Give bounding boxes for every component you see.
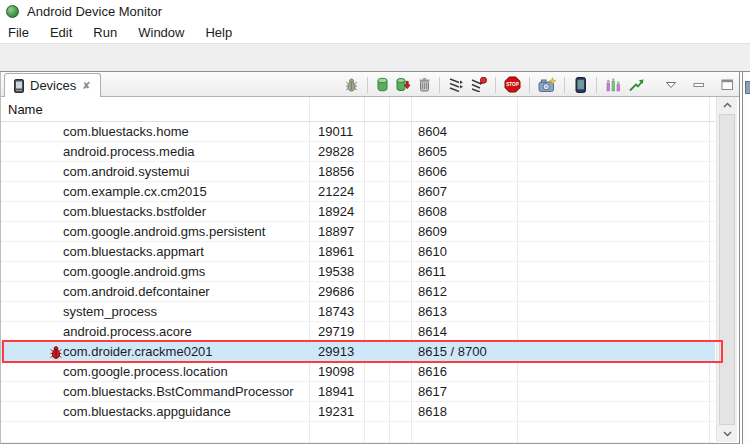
menu-help[interactable]: Help — [205, 25, 232, 40]
process-name: com.bluestacks.appmart — [63, 244, 204, 259]
process-port: 8611 — [418, 264, 446, 279]
devices-panel: Devices ✘ — [0, 72, 740, 444]
process-row[interactable]: com.google.android.gms 19538 8611 — [1, 262, 715, 282]
toolbar-separator — [367, 77, 368, 93]
window-titlebar: Android Device Monitor — [0, 0, 750, 22]
cause-gc-trash-icon[interactable] — [418, 77, 431, 92]
process-pid: 29719 — [318, 324, 354, 339]
process-row[interactable]: com.droider.crackme0201 29913 8615 / 870… — [1, 342, 715, 362]
tab-close-icon[interactable]: ✘ — [82, 81, 90, 91]
process-pid: 18897 — [318, 224, 354, 239]
debug-process-icon[interactable] — [344, 77, 359, 92]
android-app-icon — [6, 5, 19, 18]
name-column-header[interactable]: Name — [8, 102, 43, 117]
process-port: 8613 — [418, 304, 447, 319]
process-row[interactable]: com.bluestacks.bstfolder 18924 8608 — [1, 202, 715, 222]
toolbar-separator — [564, 77, 565, 93]
process-name: android.process.media — [63, 144, 195, 159]
svg-text:STOP: STOP — [506, 82, 518, 87]
tab-devices-label: Devices — [30, 78, 76, 93]
view-menu-chevron-icon[interactable] — [665, 81, 677, 89]
process-name: com.bluestacks.bstfolder — [63, 204, 206, 219]
menu-run[interactable]: Run — [93, 25, 117, 40]
process-pid: 18856 — [318, 164, 354, 179]
empty-row — [1, 422, 715, 443]
process-port: 8612 — [418, 284, 447, 299]
menu-window[interactable]: Window — [138, 25, 184, 40]
stop-process-icon[interactable]: STOP — [504, 76, 521, 93]
process-pid: 19231 — [318, 404, 354, 419]
process-pid: 29686 — [318, 284, 354, 299]
devices-tab-bar: Devices ✘ — [1, 72, 739, 97]
update-threads-icon[interactable] — [448, 77, 464, 92]
menu-file[interactable]: File — [8, 25, 29, 40]
process-name: com.example.cx.cm2015 — [63, 184, 207, 199]
process-pid: 21224 — [318, 184, 354, 199]
process-name: com.android.defcontainer — [63, 284, 210, 299]
toolbar-separator — [439, 77, 440, 93]
devices-toolbar: STOP — [344, 72, 734, 97]
update-heap-icon[interactable] — [376, 77, 389, 92]
process-name: com.droider.crackme0201 — [63, 344, 213, 359]
process-table: Name com.bluestacks.home 19011 8604 andr… — [1, 97, 715, 443]
process-port: 8606 — [418, 164, 447, 179]
process-name: com.bluestacks.BstCommandProcessor — [63, 384, 293, 399]
scroll-down-button[interactable] — [717, 426, 737, 442]
scrollbar-thumb[interactable] — [719, 114, 735, 425]
window-title: Android Device Monitor — [27, 4, 162, 19]
device-phone-icon — [14, 79, 24, 93]
process-pid: 19098 — [318, 364, 354, 379]
process-table-body: com.bluestacks.home 19011 8604 android.p… — [1, 122, 715, 422]
process-row[interactable]: android.process.acore 29719 8614 — [1, 322, 715, 342]
process-name: com.google.process.location — [63, 364, 228, 379]
main-toolbar-band — [0, 43, 750, 72]
process-row[interactable]: com.bluestacks.home 19011 8604 — [1, 122, 715, 142]
process-name: com.google.android.gms.persistent — [63, 224, 265, 239]
screen-record-phone-icon[interactable] — [573, 77, 588, 93]
process-port: 8614 — [418, 324, 447, 339]
process-port: 8607 — [418, 184, 447, 199]
table-header-row: Name — [1, 97, 715, 122]
process-pid: 19011 — [318, 124, 353, 139]
system-stats-icon[interactable] — [605, 78, 622, 92]
process-pid: 18924 — [318, 204, 354, 219]
process-port: 8618 — [418, 404, 447, 419]
screen-capture-camera-icon[interactable] — [538, 77, 556, 93]
process-pid: 18743 — [318, 304, 354, 319]
process-row[interactable]: com.android.defcontainer 29686 8612 — [1, 282, 715, 302]
maximize-view-icon[interactable] — [721, 79, 734, 91]
process-row[interactable]: com.bluestacks.appguidance 19231 8618 — [1, 402, 715, 422]
process-row[interactable]: com.android.systemui 18856 8606 — [1, 162, 715, 182]
process-port: 8609 — [418, 224, 447, 239]
scroll-up-button[interactable] — [717, 97, 737, 113]
adjacent-view-edge — [742, 72, 750, 444]
process-name: android.process.acore — [63, 324, 192, 339]
minimize-view-icon[interactable] — [693, 82, 705, 88]
process-row[interactable]: com.bluestacks.BstCommandProcessor 18941… — [1, 382, 715, 402]
start-method-profiling-icon[interactable] — [470, 77, 487, 92]
process-name: com.google.android.gms — [63, 264, 205, 279]
toolbar-separator — [529, 77, 530, 93]
process-port: 8617 — [418, 384, 447, 399]
network-chart-icon[interactable] — [628, 77, 645, 92]
process-port: 8605 — [418, 144, 447, 159]
process-port: 8604 — [418, 124, 447, 139]
menu-bar: File Edit Run Window Help — [0, 22, 750, 43]
toolbar-separator — [596, 77, 597, 93]
process-row[interactable]: android.process.media 29828 8605 — [1, 142, 715, 162]
menu-edit[interactable]: Edit — [50, 25, 72, 40]
process-pid: 18961 — [318, 244, 354, 259]
process-row[interactable]: com.google.process.location 19098 8616 — [1, 362, 715, 382]
process-row[interactable]: com.google.android.gms.persistent 18897 … — [1, 222, 715, 242]
process-port: 8616 — [418, 364, 447, 379]
dump-hprof-icon[interactable] — [395, 77, 412, 92]
process-row[interactable]: system_process 18743 8613 — [1, 302, 715, 322]
tab-devices[interactable]: Devices ✘ — [4, 73, 101, 97]
process-pid: 29913 — [318, 344, 354, 359]
process-row[interactable]: com.example.cx.cm2015 21224 8607 — [1, 182, 715, 202]
process-row[interactable]: com.bluestacks.appmart 18961 8610 — [1, 242, 715, 262]
vertical-scrollbar[interactable] — [716, 97, 737, 442]
process-pid: 19538 — [318, 264, 354, 279]
process-name: system_process — [63, 304, 157, 319]
toolbar-separator — [495, 77, 496, 93]
